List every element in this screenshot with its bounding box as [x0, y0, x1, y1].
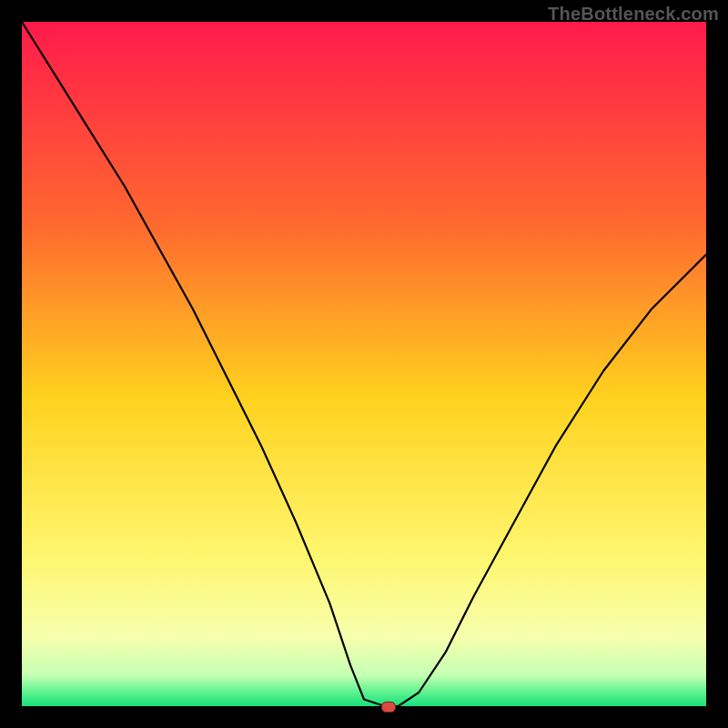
optimal-marker [381, 702, 396, 713]
watermark-text: TheBottleneck.com [548, 4, 719, 25]
bottleneck-chart [22, 22, 706, 706]
gradient-background [22, 22, 706, 706]
chart-frame: TheBottleneck.com [0, 0, 728, 728]
